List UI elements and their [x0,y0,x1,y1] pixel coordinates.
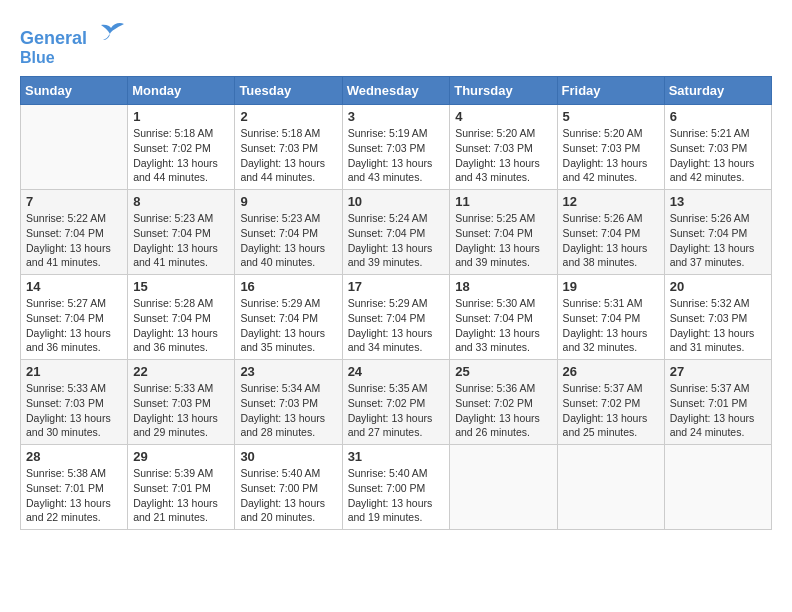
calendar-cell: 30Sunrise: 5:40 AM Sunset: 7:00 PM Dayli… [235,445,342,530]
logo-bird-icon [96,20,126,44]
cell-date: 4 [455,109,551,124]
calendar-cell: 11Sunrise: 5:25 AM Sunset: 7:04 PM Dayli… [450,190,557,275]
cell-info: Sunrise: 5:29 AM Sunset: 7:04 PM Dayligh… [240,296,336,355]
cell-info: Sunrise: 5:33 AM Sunset: 7:03 PM Dayligh… [133,381,229,440]
cell-date: 22 [133,364,229,379]
calendar-cell [664,445,771,530]
cell-date: 16 [240,279,336,294]
calendar-cell: 5Sunrise: 5:20 AM Sunset: 7:03 PM Daylig… [557,105,664,190]
cell-info: Sunrise: 5:39 AM Sunset: 7:01 PM Dayligh… [133,466,229,525]
cell-date: 2 [240,109,336,124]
logo: General Blue [20,20,126,66]
cell-date: 11 [455,194,551,209]
cell-info: Sunrise: 5:37 AM Sunset: 7:02 PM Dayligh… [563,381,659,440]
calendar-cell: 28Sunrise: 5:38 AM Sunset: 7:01 PM Dayli… [21,445,128,530]
cell-date: 19 [563,279,659,294]
calendar-cell: 26Sunrise: 5:37 AM Sunset: 7:02 PM Dayli… [557,360,664,445]
calendar-cell: 20Sunrise: 5:32 AM Sunset: 7:03 PM Dayli… [664,275,771,360]
calendar-cell: 12Sunrise: 5:26 AM Sunset: 7:04 PM Dayli… [557,190,664,275]
week-row-4: 21Sunrise: 5:33 AM Sunset: 7:03 PM Dayli… [21,360,772,445]
calendar-cell: 10Sunrise: 5:24 AM Sunset: 7:04 PM Dayli… [342,190,450,275]
cell-info: Sunrise: 5:29 AM Sunset: 7:04 PM Dayligh… [348,296,445,355]
cell-info: Sunrise: 5:18 AM Sunset: 7:03 PM Dayligh… [240,126,336,185]
cell-date: 28 [26,449,122,464]
calendar-cell: 18Sunrise: 5:30 AM Sunset: 7:04 PM Dayli… [450,275,557,360]
cell-date: 15 [133,279,229,294]
cell-info: Sunrise: 5:23 AM Sunset: 7:04 PM Dayligh… [240,211,336,270]
week-row-3: 14Sunrise: 5:27 AM Sunset: 7:04 PM Dayli… [21,275,772,360]
logo-text: General [20,20,126,49]
page-header: General Blue [20,20,772,66]
calendar-cell: 1Sunrise: 5:18 AM Sunset: 7:02 PM Daylig… [128,105,235,190]
calendar-cell: 7Sunrise: 5:22 AM Sunset: 7:04 PM Daylig… [21,190,128,275]
cell-info: Sunrise: 5:20 AM Sunset: 7:03 PM Dayligh… [455,126,551,185]
cell-date: 10 [348,194,445,209]
column-header-tuesday: Tuesday [235,77,342,105]
cell-info: Sunrise: 5:30 AM Sunset: 7:04 PM Dayligh… [455,296,551,355]
cell-date: 1 [133,109,229,124]
cell-info: Sunrise: 5:28 AM Sunset: 7:04 PM Dayligh… [133,296,229,355]
column-header-sunday: Sunday [21,77,128,105]
calendar-cell: 23Sunrise: 5:34 AM Sunset: 7:03 PM Dayli… [235,360,342,445]
cell-date: 30 [240,449,336,464]
column-header-monday: Monday [128,77,235,105]
cell-info: Sunrise: 5:25 AM Sunset: 7:04 PM Dayligh… [455,211,551,270]
week-row-5: 28Sunrise: 5:38 AM Sunset: 7:01 PM Dayli… [21,445,772,530]
cell-info: Sunrise: 5:33 AM Sunset: 7:03 PM Dayligh… [26,381,122,440]
cell-date: 27 [670,364,766,379]
calendar-cell: 14Sunrise: 5:27 AM Sunset: 7:04 PM Dayli… [21,275,128,360]
cell-info: Sunrise: 5:34 AM Sunset: 7:03 PM Dayligh… [240,381,336,440]
logo-general: General [20,28,87,48]
calendar-table: SundayMondayTuesdayWednesdayThursdayFrid… [20,76,772,530]
cell-date: 17 [348,279,445,294]
cell-date: 8 [133,194,229,209]
column-header-wednesday: Wednesday [342,77,450,105]
cell-info: Sunrise: 5:38 AM Sunset: 7:01 PM Dayligh… [26,466,122,525]
calendar-cell: 22Sunrise: 5:33 AM Sunset: 7:03 PM Dayli… [128,360,235,445]
cell-date: 5 [563,109,659,124]
week-row-2: 7Sunrise: 5:22 AM Sunset: 7:04 PM Daylig… [21,190,772,275]
calendar-cell: 21Sunrise: 5:33 AM Sunset: 7:03 PM Dayli… [21,360,128,445]
cell-date: 20 [670,279,766,294]
cell-info: Sunrise: 5:36 AM Sunset: 7:02 PM Dayligh… [455,381,551,440]
cell-info: Sunrise: 5:18 AM Sunset: 7:02 PM Dayligh… [133,126,229,185]
cell-info: Sunrise: 5:40 AM Sunset: 7:00 PM Dayligh… [240,466,336,525]
cell-date: 12 [563,194,659,209]
cell-date: 9 [240,194,336,209]
cell-date: 31 [348,449,445,464]
calendar-cell: 29Sunrise: 5:39 AM Sunset: 7:01 PM Dayli… [128,445,235,530]
cell-info: Sunrise: 5:27 AM Sunset: 7:04 PM Dayligh… [26,296,122,355]
cell-date: 7 [26,194,122,209]
cell-info: Sunrise: 5:32 AM Sunset: 7:03 PM Dayligh… [670,296,766,355]
calendar-cell: 19Sunrise: 5:31 AM Sunset: 7:04 PM Dayli… [557,275,664,360]
cell-info: Sunrise: 5:40 AM Sunset: 7:00 PM Dayligh… [348,466,445,525]
cell-info: Sunrise: 5:21 AM Sunset: 7:03 PM Dayligh… [670,126,766,185]
calendar-cell: 4Sunrise: 5:20 AM Sunset: 7:03 PM Daylig… [450,105,557,190]
cell-info: Sunrise: 5:26 AM Sunset: 7:04 PM Dayligh… [670,211,766,270]
calendar-cell: 2Sunrise: 5:18 AM Sunset: 7:03 PM Daylig… [235,105,342,190]
cell-date: 6 [670,109,766,124]
calendar-cell [450,445,557,530]
cell-date: 24 [348,364,445,379]
calendar-cell: 15Sunrise: 5:28 AM Sunset: 7:04 PM Dayli… [128,275,235,360]
cell-info: Sunrise: 5:22 AM Sunset: 7:04 PM Dayligh… [26,211,122,270]
cell-date: 26 [563,364,659,379]
cell-info: Sunrise: 5:26 AM Sunset: 7:04 PM Dayligh… [563,211,659,270]
calendar-cell: 6Sunrise: 5:21 AM Sunset: 7:03 PM Daylig… [664,105,771,190]
cell-info: Sunrise: 5:23 AM Sunset: 7:04 PM Dayligh… [133,211,229,270]
column-header-friday: Friday [557,77,664,105]
cell-date: 23 [240,364,336,379]
cell-info: Sunrise: 5:24 AM Sunset: 7:04 PM Dayligh… [348,211,445,270]
cell-info: Sunrise: 5:31 AM Sunset: 7:04 PM Dayligh… [563,296,659,355]
calendar-cell: 16Sunrise: 5:29 AM Sunset: 7:04 PM Dayli… [235,275,342,360]
calendar-cell: 3Sunrise: 5:19 AM Sunset: 7:03 PM Daylig… [342,105,450,190]
calendar-cell: 25Sunrise: 5:36 AM Sunset: 7:02 PM Dayli… [450,360,557,445]
cell-date: 14 [26,279,122,294]
logo-blue: Blue [20,49,126,67]
cell-date: 18 [455,279,551,294]
calendar-cell: 17Sunrise: 5:29 AM Sunset: 7:04 PM Dayli… [342,275,450,360]
cell-info: Sunrise: 5:19 AM Sunset: 7:03 PM Dayligh… [348,126,445,185]
calendar-cell [557,445,664,530]
cell-date: 3 [348,109,445,124]
cell-date: 29 [133,449,229,464]
